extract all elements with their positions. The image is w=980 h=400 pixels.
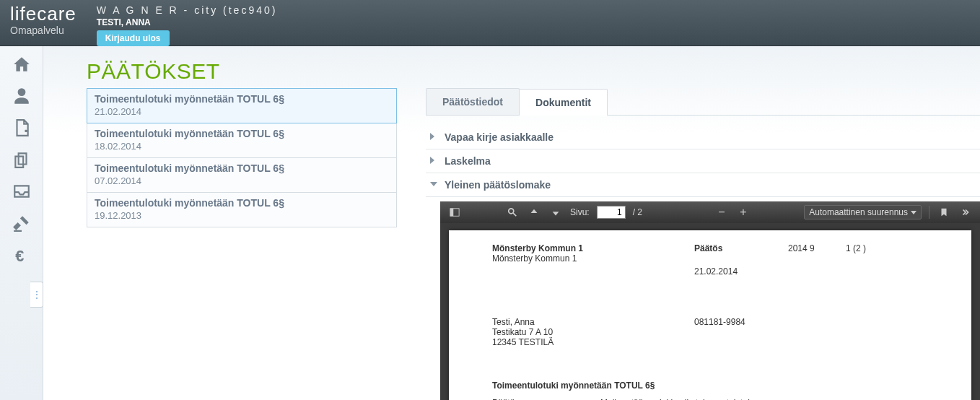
- pdf-toolbar: Sivu: / 2 − + Automaattinen suurennus: [440, 201, 980, 223]
- page-title: PÄÄTÖKSET: [87, 59, 980, 84]
- minus-icon: −: [718, 206, 725, 218]
- decision-item-title: Toimeentulotuki myönnetään TOTUL 6§: [95, 197, 389, 209]
- tab-dokumentit[interactable]: Dokumentit: [519, 89, 608, 116]
- doc-org-name: Mönsterby Kommun 1: [492, 243, 694, 253]
- decision-item[interactable]: Toimeentulotuki myönnetään TOTUL 6§ 19.1…: [87, 193, 397, 227]
- doc-date: 21.02.2014: [694, 266, 788, 277]
- svg-point-3: [509, 209, 514, 214]
- doc-ssn: 081181-9984: [694, 317, 788, 347]
- gavel-icon: [12, 214, 31, 232]
- svg-text:€: €: [15, 247, 24, 264]
- logout-button[interactable]: Kirjaudu ulos: [97, 30, 170, 46]
- arrow-down-icon: [551, 207, 561, 217]
- next-page-button[interactable]: [548, 205, 563, 219]
- app-header: lifecare Omapalvelu W A G N E R - city (…: [0, 0, 980, 46]
- search-icon: [507, 207, 517, 217]
- chevrons-icon: [961, 207, 971, 217]
- toolbar-separator: [929, 206, 929, 219]
- panel-icon: [450, 207, 460, 217]
- document-accordion: Vapaa kirje asiakkaalle Laskelma Yleinen…: [426, 126, 980, 400]
- pdf-page: Mönsterby Kommun 1 Mönsterby Kommun 1 Pä…: [449, 230, 971, 400]
- logo-sub: Omapalvelu: [10, 25, 76, 36]
- zoom-out-button[interactable]: −: [714, 205, 729, 219]
- decision-item-date: 19.12.2013: [95, 210, 389, 221]
- page-number-input[interactable]: [597, 206, 626, 219]
- decision-item-title: Toimeentulotuki myönnetään TOTUL 6§: [95, 162, 389, 174]
- euro-icon: €: [12, 245, 31, 264]
- doc-page-count: 1 (2 ): [846, 243, 866, 277]
- sidebar-item-euro[interactable]: €: [0, 245, 43, 267]
- sidebar-item-new-doc[interactable]: [0, 118, 43, 140]
- decision-item-title: Toimeentulotuki myönnetään TOTUL 6§: [95, 128, 389, 139]
- copy-icon: [12, 150, 31, 169]
- accordion-label: Yleinen päätöslomake: [445, 179, 551, 191]
- sidebar-toggle-button[interactable]: [447, 205, 462, 219]
- sidebar-item-inbox[interactable]: [0, 182, 43, 204]
- document-plus-icon: [12, 118, 31, 137]
- page-total: / 2: [633, 207, 642, 217]
- accordion-item-form[interactable]: Yleinen päätöslomake: [426, 173, 980, 197]
- more-button[interactable]: [958, 205, 973, 219]
- doc-org-name-2: Mönsterby Kommun 1: [492, 253, 694, 264]
- inbox-icon: [12, 182, 31, 201]
- zoom-in-button[interactable]: +: [736, 205, 751, 219]
- accordion-item-letter[interactable]: Vapaa kirje asiakkaalle: [426, 126, 980, 149]
- sidebar-item-gavel[interactable]: [0, 214, 43, 235]
- doc-person-name: Testi, Anna: [492, 317, 694, 327]
- sidebar-expand-tab[interactable]: ⋮: [30, 282, 43, 308]
- bookmark-button[interactable]: [937, 205, 951, 219]
- decision-item-date: 21.02.2014: [95, 106, 389, 117]
- doc-number: 2014 9: [788, 243, 846, 277]
- prev-page-button[interactable]: [527, 205, 541, 219]
- detail-panel: Päätöstiedot Dokumentit Vapaa kirje asia…: [426, 88, 980, 400]
- accordion-label: Laskelma: [445, 155, 491, 167]
- logo-main: lifecare: [10, 4, 76, 23]
- decision-item[interactable]: Toimeentulotuki myönnetään TOTUL 6§ 18.0…: [87, 123, 397, 158]
- sidebar-item-copy[interactable]: [0, 150, 43, 172]
- decision-item-title: Toimeentulotuki myönnetään TOTUL 6§: [95, 93, 389, 105]
- tab-row: Päätöstiedot Dokumentit: [426, 88, 980, 116]
- accordion-label: Vapaa kirje asiakkaalle: [445, 131, 554, 143]
- accordion-item-calc[interactable]: Laskelma: [426, 149, 980, 173]
- sidebar-item-person[interactable]: [0, 87, 43, 108]
- content-area: PÄÄTÖKSET Toimeentulotuki myönnetään TOT…: [43, 46, 980, 400]
- plus-icon: +: [740, 206, 746, 218]
- svg-rect-2: [450, 209, 453, 217]
- arrow-up-icon: [529, 207, 539, 217]
- caret-right-icon: [430, 133, 434, 140]
- caret-down-icon: [430, 182, 437, 186]
- page-label: Sivu:: [570, 207, 590, 217]
- svg-line-4: [513, 213, 516, 216]
- doc-city: 12345 TESTILÄ: [492, 337, 694, 347]
- user-name: TESTI, ANNA: [97, 17, 278, 27]
- doc-type: Päätös: [694, 243, 788, 253]
- home-icon: [12, 55, 31, 74]
- search-button[interactable]: [505, 205, 520, 219]
- caret-right-icon: [430, 157, 434, 164]
- logo-block: lifecare Omapalvelu: [10, 4, 76, 36]
- decision-list: Toimeentulotuki myönnetään TOTUL 6§ 21.0…: [87, 88, 397, 400]
- tab-paatostiedot[interactable]: Päätöstiedot: [426, 88, 520, 115]
- user-block: W A G N E R - city (tec940) TESTI, ANNA …: [97, 4, 278, 46]
- decision-item-date: 18.02.2014: [95, 141, 389, 152]
- zoom-select[interactable]: Automaattinen suurennus: [804, 205, 922, 219]
- person-icon: [12, 87, 31, 105]
- doc-street: Testikatu 7 A 10: [492, 327, 694, 337]
- decision-item-date: 07.02.2014: [95, 175, 389, 186]
- pdf-viewer: Sivu: / 2 − + Automaattinen suurennus: [440, 201, 980, 400]
- sidebar: € ⋮: [0, 46, 43, 400]
- sidebar-item-home[interactable]: [0, 55, 43, 77]
- context-line: W A G N E R - city (tec940): [97, 4, 278, 16]
- decision-item[interactable]: Toimeentulotuki myönnetään TOTUL 6§ 21.0…: [87, 88, 397, 123]
- doc-section-title: Toimeentulotuki myönnetään TOTUL 6§: [492, 381, 942, 391]
- bookmark-icon: [939, 207, 949, 217]
- decision-item[interactable]: Toimeentulotuki myönnetään TOTUL 6§ 07.0…: [87, 158, 397, 193]
